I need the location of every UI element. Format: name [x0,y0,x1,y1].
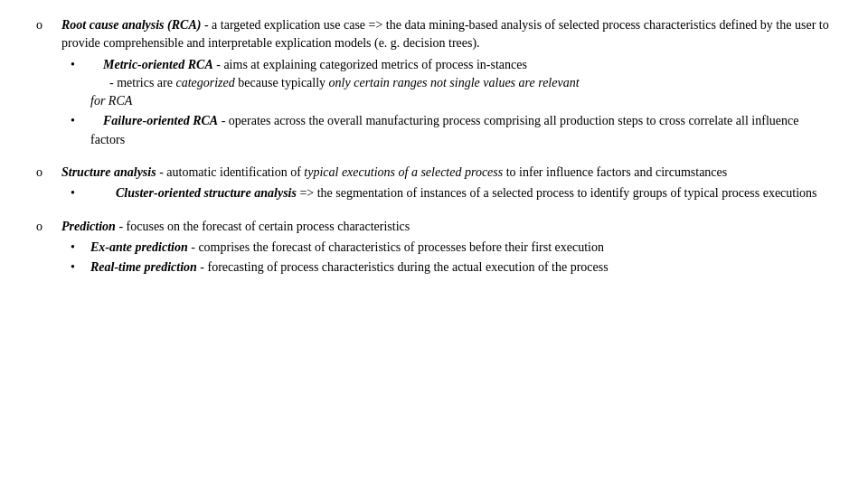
metric-rca-text: Metric-oriented RCA - aims at explaining… [90,58,580,108]
real-time-content: Real-time prediction - forecasting of pr… [90,258,832,277]
structure-content: Structure analysis - automatic identific… [61,164,832,205]
prediction-sub-list: • Ex-ante prediction - comprises the for… [71,239,832,277]
sub-item-ex-ante: • Ex-ante prediction - comprises the for… [71,239,832,257]
page-content: o Root cause analysis (RCA) - a targeted… [0,0,868,488]
metric-rca-desc2: - metrics are categorized because typica… [90,76,580,89]
structure-sub-list: • Cluster-oriented structure analysis =>… [71,184,832,202]
rca-content: Root cause analysis (RCA) - a targeted e… [61,16,832,151]
bullet-rca: o [36,16,61,34]
failure-rca-label: Failure-oriented RCA [103,114,218,127]
sub-bullet-failure: • [71,112,90,130]
cluster-label: Cluster-oriented structure analysis [116,186,297,200]
cluster-content: Cluster-oriented structure analysis => t… [90,184,832,202]
structure-desc1: - automatic identification of [156,165,305,179]
prediction-desc: - focuses on the forecast of certain pro… [116,220,410,233]
prediction-label: Prediction [61,220,116,233]
rca-title: Root cause analysis (RCA) [61,18,201,32]
sub-bullet-metric: • [71,56,90,74]
structure-label: Structure analysis [61,165,156,179]
sub-item-failure-rca: • Failure-oriented RCA - operates across… [71,112,832,149]
cluster-text: Cluster-oriented structure analysis => t… [90,186,817,200]
structure-italic: typical executions of a selected process [304,165,503,179]
list-item-structure: o Structure analysis - automatic identif… [36,164,832,205]
metric-rca-label: Metric-oriented RCA [103,58,213,71]
structure-desc2: to infer influence factors and circumsta… [503,165,727,179]
ranges-text: only certain ranges not single values ar… [329,76,580,89]
failure-rca-text: Failure-oriented RCA - operates across t… [90,114,798,145]
sub-bullet-cluster: • [71,184,90,202]
list-item-rca: o Root cause analysis (RCA) - a targeted… [36,16,832,151]
bullet-prediction: o [36,218,61,236]
rca-sub-list: • Metric-oriented RCA - aims at explaini… [71,56,832,149]
ex-ante-desc: - comprises the forecast of characterist… [188,240,604,254]
failure-rca-content: Failure-oriented RCA - operates across t… [90,112,832,149]
real-time-text: Real-time prediction - forecasting of pr… [90,260,609,274]
cluster-desc: => the segmentation of instances of a se… [297,186,817,200]
for-rca-text: for RCA [90,94,132,108]
ex-ante-content: Ex-ante prediction - comprises the forec… [90,239,832,257]
metric-rca-desc3: for RCA [90,94,132,108]
ex-ante-text: Ex-ante prediction - comprises the forec… [90,240,604,254]
list-item-prediction: o Prediction - focuses on the forecast o… [36,218,832,279]
prediction-text: Prediction - focuses on the forecast of … [61,220,410,233]
metric-rca-desc1: - aims at explaining categorized metrics… [213,58,527,71]
real-time-label: Real-time prediction [90,260,197,274]
metric-rca-content: Metric-oriented RCA - aims at explaining… [90,56,832,111]
sub-item-cluster: • Cluster-oriented structure analysis =>… [71,184,832,202]
bullet-structure: o [36,164,61,182]
sub-bullet-ex-ante: • [71,239,90,257]
prediction-content: Prediction - focuses on the forecast of … [61,218,832,279]
real-time-desc: - forecasting of process characteristics… [197,260,609,274]
sub-item-real-time: • Real-time prediction - forecasting of … [71,258,832,277]
sub-bullet-real-time: • [71,258,90,277]
rca-text: Root cause analysis (RCA) - a targeted e… [61,18,829,50]
ex-ante-label: Ex-ante prediction [90,240,188,254]
categorized-text: categorized [175,76,234,89]
sub-item-metric-rca: • Metric-oriented RCA - aims at explaini… [71,56,832,111]
structure-text: Structure analysis - automatic identific… [61,165,727,179]
